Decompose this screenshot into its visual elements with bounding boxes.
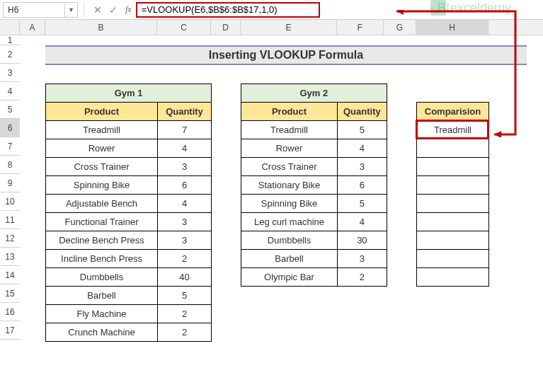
row-header-4[interactable]: 4 xyxy=(0,82,20,100)
cell[interactable] xyxy=(417,231,489,250)
cell[interactable]: 4 xyxy=(338,139,387,158)
column-header-H[interactable]: H xyxy=(416,20,488,35)
table-row[interactable]: Crunch Machine2 xyxy=(46,323,212,342)
row-header-14[interactable]: 14 xyxy=(0,266,20,284)
table-row[interactable] xyxy=(417,250,489,268)
cell[interactable]: Treadmill xyxy=(46,121,158,139)
confirm-button[interactable]: ✓ xyxy=(105,2,121,18)
table-row[interactable]: Spinning Bike5 xyxy=(241,195,387,213)
table-row[interactable]: Cross Trainer3 xyxy=(46,158,212,176)
cell[interactable] xyxy=(417,195,489,213)
cell[interactable] xyxy=(417,250,489,268)
column-header-C[interactable]: C xyxy=(157,20,211,35)
cell[interactable] xyxy=(417,139,489,158)
table-row[interactable] xyxy=(417,158,489,176)
cell[interactable]: Rower xyxy=(46,139,158,158)
row-header-13[interactable]: 13 xyxy=(0,248,20,266)
table-row[interactable]: Rower4 xyxy=(46,139,212,158)
sheet-area[interactable]: ABCDEFGH Inserting VLOOKUP Formula Gym 1… xyxy=(20,20,543,392)
cell[interactable]: 3 xyxy=(158,213,212,231)
cell[interactable]: 4 xyxy=(158,139,212,158)
cell[interactable]: Adjustable Bench xyxy=(46,195,158,213)
cell[interactable]: 4 xyxy=(158,195,212,213)
row-header-5[interactable]: 5 xyxy=(0,100,20,119)
row-header-1[interactable]: 1 xyxy=(0,35,20,45)
column-header-D[interactable]: D xyxy=(211,20,241,35)
cell[interactable]: 3 xyxy=(158,158,212,176)
table-row[interactable] xyxy=(417,139,489,158)
cell[interactable]: 3 xyxy=(338,158,387,176)
cell[interactable]: Functional Trainer xyxy=(46,213,158,231)
cell[interactable]: 30 xyxy=(338,231,387,250)
table-row[interactable]: Incline Bench Press2 xyxy=(46,250,212,268)
column-header-G[interactable]: G xyxy=(384,20,416,35)
column-header-E[interactable]: E xyxy=(241,20,337,35)
cell[interactable]: Stationary Bike xyxy=(241,176,338,195)
row-header-17[interactable]: 17 xyxy=(0,321,20,340)
cell[interactable] xyxy=(417,213,489,231)
cell[interactable] xyxy=(417,268,489,287)
column-header-B[interactable]: B xyxy=(45,20,157,35)
cell[interactable]: Cross Trainer xyxy=(241,158,338,176)
cell[interactable]: Spinning Bike xyxy=(46,176,158,195)
row-header-3[interactable]: 3 xyxy=(0,64,20,82)
cell[interactable]: Barbell xyxy=(46,287,158,305)
table-row[interactable]: Treadmill xyxy=(417,121,489,139)
table-row[interactable]: Fly Machine2 xyxy=(46,305,212,323)
table-row[interactable] xyxy=(417,268,489,287)
cell[interactable]: 2 xyxy=(158,305,212,323)
row-header-16[interactable]: 16 xyxy=(0,303,20,321)
row-header-6[interactable]: 6 xyxy=(0,119,20,137)
cell[interactable]: Leg curl machine xyxy=(241,213,338,231)
cell[interactable]: 5 xyxy=(158,287,212,305)
cell[interactable]: 5 xyxy=(338,195,387,213)
cell[interactable]: Incline Bench Press xyxy=(46,250,158,268)
table-row[interactable]: Olympic Bar2 xyxy=(241,268,387,287)
name-box[interactable]: H6 xyxy=(3,2,65,18)
table-row[interactable]: Leg curl machine4 xyxy=(241,213,387,231)
cell[interactable]: Spinning Bike xyxy=(241,195,338,213)
table-row[interactable]: Barbell3 xyxy=(241,250,387,268)
select-all-corner[interactable] xyxy=(0,20,20,35)
row-header-7[interactable]: 7 xyxy=(0,137,20,156)
table-row[interactable]: Dumbbells40 xyxy=(46,268,212,287)
table-row[interactable]: Decline Bench Press3 xyxy=(46,231,212,250)
cell[interactable]: 3 xyxy=(338,250,387,268)
table-row[interactable]: Dumbbells30 xyxy=(241,231,387,250)
row-header-8[interactable]: 8 xyxy=(0,156,20,174)
cell[interactable]: Barbell xyxy=(241,250,338,268)
row-header-11[interactable]: 11 xyxy=(0,211,20,229)
cell[interactable]: 2 xyxy=(338,268,387,287)
column-header-F[interactable]: F xyxy=(337,20,384,35)
cell[interactable]: 2 xyxy=(158,250,212,268)
cell[interactable] xyxy=(417,176,489,195)
table-row[interactable]: Functional Trainer3 xyxy=(46,213,212,231)
row-header-12[interactable]: 12 xyxy=(0,229,20,248)
cell[interactable]: Treadmill xyxy=(417,121,489,139)
cell[interactable]: 3 xyxy=(158,231,212,250)
cell[interactable]: 2 xyxy=(158,323,212,342)
table-row[interactable]: Rower4 xyxy=(241,139,387,158)
cell[interactable]: 6 xyxy=(158,176,212,195)
table-row[interactable]: Adjustable Bench4 xyxy=(46,195,212,213)
cell[interactable]: Treadmill xyxy=(241,121,338,139)
cell[interactable]: 7 xyxy=(158,121,212,139)
table-row[interactable]: Stationary Bike6 xyxy=(241,176,387,195)
table-row[interactable]: Barbell5 xyxy=(46,287,212,305)
cell[interactable]: 4 xyxy=(338,213,387,231)
fx-icon[interactable]: fx xyxy=(125,4,132,15)
cell[interactable]: Crunch Machine xyxy=(46,323,158,342)
cell[interactable]: 40 xyxy=(158,268,212,287)
row-header-2[interactable]: 2 xyxy=(0,45,20,64)
cell[interactable]: Decline Bench Press xyxy=(46,231,158,250)
cell[interactable] xyxy=(417,158,489,176)
cell[interactable]: Fly Machine xyxy=(46,305,158,323)
cell[interactable]: 6 xyxy=(338,176,387,195)
cell[interactable]: Dumbbells xyxy=(241,231,338,250)
name-box-dropdown[interactable]: ▼ xyxy=(65,2,78,18)
row-header-15[interactable]: 15 xyxy=(0,284,20,303)
table-row[interactable] xyxy=(417,213,489,231)
table-row[interactable] xyxy=(417,176,489,195)
table-row[interactable]: Treadmill7 xyxy=(46,121,212,139)
cell[interactable]: Rower xyxy=(241,139,338,158)
